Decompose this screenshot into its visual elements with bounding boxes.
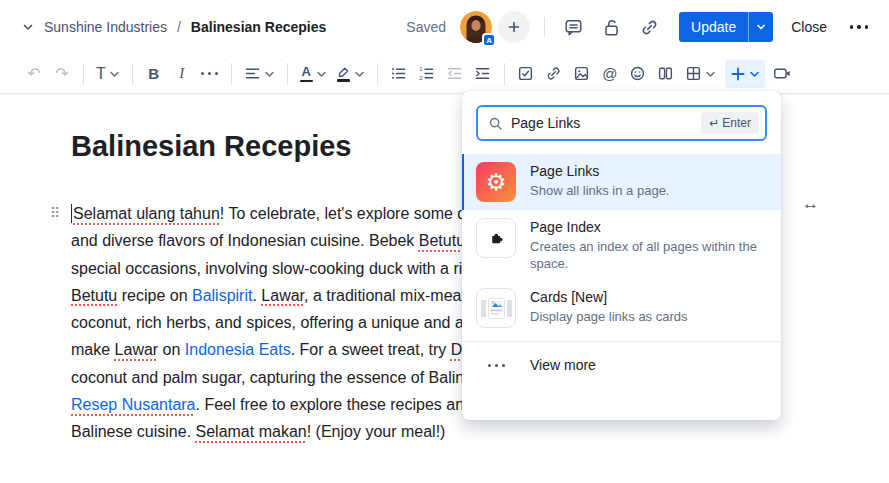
menu-item-description: Creates an index of all pages within the… — [530, 238, 767, 272]
align-left-icon — [244, 65, 261, 82]
svg-text:2: 2 — [419, 74, 423, 81]
link-indonesia-eats[interactable]: Indonesia Eats — [185, 341, 291, 358]
undo-icon[interactable]: ↶ — [20, 60, 48, 88]
insert-image-icon[interactable] — [568, 60, 596, 88]
close-button[interactable]: Close — [783, 13, 835, 41]
alignment-dropdown[interactable] — [239, 60, 280, 88]
menu-item-title: Page Links — [530, 163, 669, 179]
menu-item-description: Display page links as cards — [530, 308, 688, 325]
insert-element-menu: ↵ Enter ⚙ Page Links Show all links in a… — [462, 91, 781, 420]
menu-item-page-links[interactable]: ⚙ Page Links Show all links in a page. — [462, 154, 781, 210]
more-menu-icon[interactable] — [845, 13, 873, 41]
link-resep-nusantara[interactable]: Resep Nusantara — [71, 396, 196, 413]
text-color-dropdown[interactable]: A — [295, 60, 332, 88]
outdent-icon[interactable] — [441, 60, 469, 88]
collapse-chevron-icon[interactable] — [16, 15, 40, 39]
view-more-button[interactable]: View more — [462, 341, 781, 388]
divider — [544, 17, 545, 37]
layouts-icon[interactable] — [652, 60, 680, 88]
indent-icon[interactable] — [469, 60, 497, 88]
divider — [377, 63, 378, 85]
text-style-dropdown[interactable]: T — [91, 60, 125, 88]
copy-link-icon[interactable] — [635, 13, 663, 41]
breadcrumb-space[interactable]: Sunshine Industries — [44, 19, 167, 35]
avatar[interactable]: A — [460, 11, 492, 43]
chevron-down-icon — [109, 70, 120, 78]
drag-handle-icon[interactable]: ⠿ — [50, 206, 60, 220]
ellipsis-icon — [476, 364, 516, 367]
chevron-down-icon — [749, 70, 760, 78]
chevron-down-icon — [354, 70, 365, 78]
insert-link-icon[interactable] — [540, 60, 568, 88]
insert-element-dropdown[interactable] — [725, 60, 765, 88]
italic-icon[interactable]: I — [168, 60, 196, 88]
breadcrumb: Sunshine Industries / Balinesian Recepie… — [44, 19, 326, 35]
saved-status: Saved — [406, 19, 446, 35]
update-dropdown-chevron-icon[interactable] — [748, 12, 773, 42]
highlighter-icon — [337, 65, 351, 82]
unlock-icon[interactable] — [597, 13, 625, 41]
breadcrumb-separator: / — [177, 19, 181, 35]
table-icon — [685, 65, 702, 82]
page-links-icon: ⚙ — [476, 162, 516, 202]
table-dropdown[interactable] — [680, 60, 721, 88]
formatting-toolbar: ↶ ↷ T B I A 12 — [0, 54, 889, 94]
view-more-label: View more — [530, 357, 596, 373]
plus-icon — [730, 66, 746, 82]
paragraph-line: Balinese cuisine. Selamat makan! (Enjoy … — [71, 418, 777, 445]
avatar-badge: A — [482, 33, 496, 47]
add-collaborator-button[interactable] — [498, 11, 530, 43]
divider — [504, 63, 505, 85]
update-button[interactable]: Update — [679, 12, 748, 42]
record-video-icon[interactable] — [769, 60, 797, 88]
search-icon — [488, 116, 503, 131]
enter-hint-badge: ↵ Enter — [701, 112, 759, 134]
more-formatting-icon[interactable] — [196, 60, 224, 88]
cards-icon — [476, 288, 516, 328]
return-icon: ↵ — [709, 116, 719, 130]
bullet-list-icon[interactable] — [385, 60, 413, 88]
redo-icon[interactable]: ↷ — [48, 60, 76, 88]
menu-item-page-index[interactable]: Page Index Creates an index of all pages… — [462, 210, 781, 280]
link-balispirit[interactable]: Balispirit — [192, 287, 252, 304]
menu-item-title: Page Index — [530, 219, 767, 235]
divider — [83, 63, 84, 85]
numbered-list-icon[interactable]: 12 — [413, 60, 441, 88]
page-title[interactable]: Balinesian Recepies — [71, 130, 351, 163]
bold-icon[interactable]: B — [140, 60, 168, 88]
breadcrumb-page-title: Balinesian Recepies — [191, 19, 326, 35]
task-list-icon[interactable] — [512, 60, 540, 88]
mention-icon[interactable]: @ — [596, 60, 624, 88]
highlight-color-dropdown[interactable] — [332, 60, 370, 88]
update-split-button: Update — [679, 12, 773, 42]
chevron-down-icon — [705, 70, 716, 78]
chevron-down-icon — [316, 70, 327, 78]
menu-item-cards[interactable]: Cards [New] Display page links as cards — [462, 280, 781, 336]
divider — [287, 63, 288, 85]
divider — [132, 63, 133, 85]
text-color-icon: A — [300, 65, 313, 83]
menu-item-description: Show all links in a page. — [530, 182, 669, 199]
svg-text:1: 1 — [419, 65, 423, 72]
text-cursor — [71, 204, 72, 223]
emoji-icon[interactable] — [624, 60, 652, 88]
toggle-width-icon[interactable]: ↔ — [802, 194, 819, 214]
insert-search-input[interactable] — [511, 115, 693, 131]
divider — [231, 63, 232, 85]
chevron-down-icon — [264, 70, 275, 78]
page-index-icon — [476, 218, 516, 258]
menu-item-title: Cards [New] — [530, 289, 688, 305]
top-bar: Sunshine Industries / Balinesian Recepie… — [0, 0, 889, 54]
comment-icon[interactable] — [559, 13, 587, 41]
text-style-label: T — [96, 65, 106, 83]
insert-search-box: ↵ Enter — [476, 105, 767, 141]
